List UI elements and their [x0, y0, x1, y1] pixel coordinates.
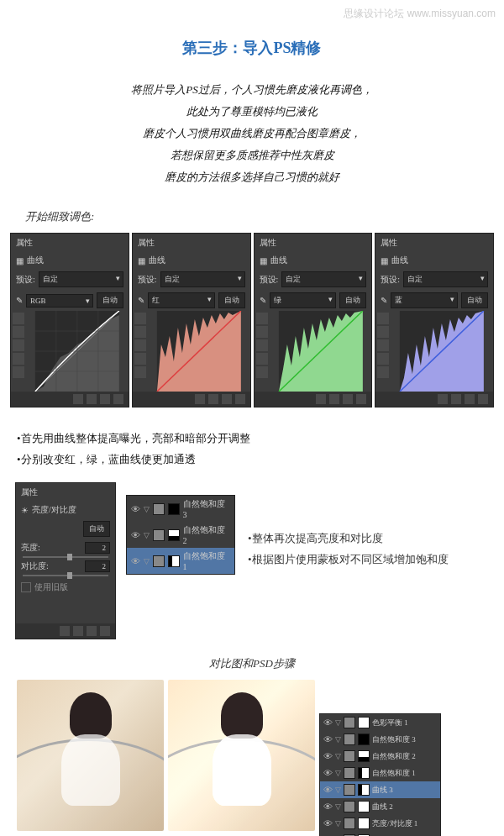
channel-select[interactable]: 红 — [148, 292, 215, 308]
layer-name: 色彩平衡 1 — [372, 718, 408, 728]
channel-select[interactable]: RGB — [26, 294, 93, 308]
layer-name: 曲线 3 — [372, 785, 393, 796]
eye-icon[interactable]: 👁 — [323, 785, 333, 795]
triangle-icon[interactable]: ▽ — [144, 557, 150, 565]
intro-line: 若想保留更多质感推荐中性灰磨皮 — [0, 145, 504, 166]
psd-layers-panel: 👁▽色彩平衡 1 👁▽自然饱和度 3 👁▽自然饱和度 2 👁▽自然饱和度 1 👁… — [319, 713, 441, 836]
layer-row[interactable]: 👁▽曲线 3 — [320, 781, 440, 798]
triangle-icon[interactable]: ▽ — [144, 531, 150, 539]
note-line: •首先用曲线整体提高曝光，亮部和暗部分开调整 — [17, 429, 487, 450]
layer-name: 曲线 2 — [372, 802, 393, 812]
layer-name: 自然饱和度 1 — [372, 768, 416, 779]
saturation-layers-panel: 👁▽自然饱和度 3 👁▽自然饱和度 2 👁▽自然饱和度 1 — [126, 495, 235, 575]
panel-title: 属性 — [138, 237, 155, 249]
curves-row: 属性 ▦曲线 预设:自定 ✎RGB自动 属性 ▦曲线 预设:自定 ✎红自动 — [10, 233, 494, 407]
legacy-checkbox[interactable]: 使用旧版 — [16, 576, 115, 598]
layer-row[interactable]: 👁▽自然饱和度 1 — [127, 548, 234, 574]
layer-row[interactable]: 👁▽曲线 1 — [320, 832, 440, 836]
layer-name: 自然饱和度 3 — [372, 734, 416, 745]
layer-name: 亮度/对比度 1 — [372, 818, 417, 829]
layer-row[interactable]: 👁▽自然饱和度 3 — [127, 496, 234, 522]
compare-row: 👁▽色彩平衡 1 👁▽自然饱和度 3 👁▽自然饱和度 2 👁▽自然饱和度 1 👁… — [17, 680, 487, 836]
layer-row[interactable]: 👁▽自然饱和度 2 — [320, 748, 440, 765]
channel-select[interactable]: 蓝 — [391, 292, 458, 308]
curve-canvas[interactable] — [391, 311, 493, 392]
eye-icon[interactable]: 👁 — [323, 818, 333, 828]
mask-thumb — [168, 503, 180, 515]
before-photo — [17, 680, 164, 831]
layer-row[interactable]: 👁▽自然饱和度 2 — [127, 522, 234, 548]
intro-line: 磨皮个人习惯用双曲线磨皮再配合图章磨皮， — [0, 123, 504, 145]
layer-row[interactable]: 👁▽自然饱和度 3 — [320, 731, 440, 748]
panel-title: 属性 — [260, 237, 276, 249]
auto-button[interactable]: 自动 — [461, 292, 488, 308]
notes-block-2: •整体再次提高亮度和对比度 •根据图片使用蒙板对不同区域增加饱和度 — [248, 528, 449, 570]
preset-select[interactable]: 自定 — [160, 271, 245, 287]
notes-block-1: •首先用曲线整体提高曝光，亮部和暗部分开调整 •分别改变红，绿，蓝曲线使更加通透 — [17, 429, 487, 470]
layer-name: 自然饱和度 3 — [183, 498, 230, 519]
preset-select[interactable]: 自定 — [39, 271, 123, 287]
curves-panel-rgb: 属性 ▦曲线 预设:自定 ✎RGB自动 — [10, 233, 129, 407]
eye-icon[interactable]: 👁 — [323, 734, 333, 744]
eye-icon[interactable]: 👁 — [131, 556, 140, 566]
preset-label: 预设: — [260, 274, 279, 286]
note-line: •整体再次提高亮度和对比度 — [248, 528, 449, 549]
contrast-input[interactable]: 2 — [85, 560, 110, 572]
brightness-input[interactable]: 2 — [85, 542, 110, 554]
eye-icon[interactable]: 👁 — [323, 802, 333, 812]
curve-canvas[interactable] — [148, 311, 250, 392]
curve-canvas[interactable] — [26, 311, 129, 392]
eye-icon[interactable]: 👁 — [323, 751, 333, 761]
layer-row[interactable]: 👁▽色彩平衡 1 — [320, 714, 440, 731]
preset-label: 预设: — [16, 274, 35, 286]
brightness-label: 亮度: — [21, 542, 40, 554]
intro-text: 将照片导入PS过后，个人习惯先磨皮液化再调色， 此处为了尊重模特均已液化 磨皮个… — [0, 79, 504, 188]
curve-canvas[interactable] — [270, 311, 372, 392]
curves-label: 曲线 — [149, 255, 165, 266]
auto-button[interactable]: 自动 — [97, 292, 123, 308]
auto-button[interactable]: 自动 — [218, 292, 245, 308]
channel-select[interactable]: 绿 — [270, 292, 337, 308]
compare-title: 对比图和PSD步骤 — [0, 656, 504, 671]
curves-panel-blue: 属性 ▦曲线 预设:自定 ✎蓝自动 — [375, 233, 494, 407]
intro-line: 将照片导入PS过后，个人习惯先磨皮液化再调色， — [0, 79, 504, 101]
brightness-panel: 属性 ☀亮度/对比度 自动 亮度:2 对比度:2 使用旧版 — [15, 482, 116, 639]
layer-name: 自然饱和度 2 — [183, 524, 230, 545]
panel-title: 属性 — [16, 237, 33, 249]
after-photo — [168, 680, 315, 831]
curves-panel-green: 属性 ▦曲线 预设:自定 ✎绿自动 — [254, 233, 373, 407]
preset-label: 预设: — [138, 274, 157, 286]
curves-label: 曲线 — [270, 255, 287, 266]
intro-line: 磨皮的方法很多选择自己习惯的就好 — [0, 166, 504, 188]
note-line: •根据图片使用蒙板对不同区域增加饱和度 — [248, 549, 449, 570]
preset-select[interactable]: 自定 — [281, 271, 366, 287]
curves-panel-red: 属性 ▦曲线 预设:自定 ✎红自动 — [132, 233, 251, 407]
tool-sidebar — [11, 311, 26, 392]
preset-label: 预设: — [381, 274, 400, 286]
mask-thumb — [168, 555, 180, 567]
preset-select[interactable]: 自定 — [403, 271, 488, 287]
bc-title: 亮度/对比度 — [32, 504, 76, 516]
eye-icon[interactable]: 👁 — [131, 504, 140, 514]
section-title: 第三步：导入PS精修 — [0, 38, 504, 58]
mask-thumb — [168, 529, 180, 541]
note-line: •分别改变红，绿，蓝曲线使更加通透 — [17, 450, 487, 471]
adjust-icon — [153, 529, 165, 541]
layer-row[interactable]: 👁▽自然饱和度 1 — [320, 765, 440, 781]
watermark: 思缘设计论坛 www.missyuan.com — [344, 7, 496, 21]
triangle-icon[interactable]: ▽ — [144, 505, 150, 513]
panel-title: 属性 — [21, 486, 38, 498]
intro-line: 此处为了尊重模特均已液化 — [0, 101, 504, 123]
curves-label: 曲线 — [27, 255, 44, 266]
layer-name: 自然饱和度 2 — [372, 751, 416, 762]
eye-icon[interactable]: 👁 — [323, 718, 333, 728]
eye-icon[interactable]: 👁 — [131, 530, 140, 540]
auto-button[interactable]: 自动 — [83, 521, 110, 537]
auto-button[interactable]: 自动 — [339, 292, 366, 308]
layer-row[interactable]: 👁▽曲线 2 — [320, 798, 440, 815]
layer-row[interactable]: 👁▽亮度/对比度 1 — [320, 815, 440, 832]
start-detail-label: 开始细致调色: — [25, 209, 504, 224]
eye-icon[interactable]: 👁 — [323, 768, 333, 778]
adjust-icon — [153, 555, 165, 567]
curves-label: 曲线 — [391, 255, 408, 266]
